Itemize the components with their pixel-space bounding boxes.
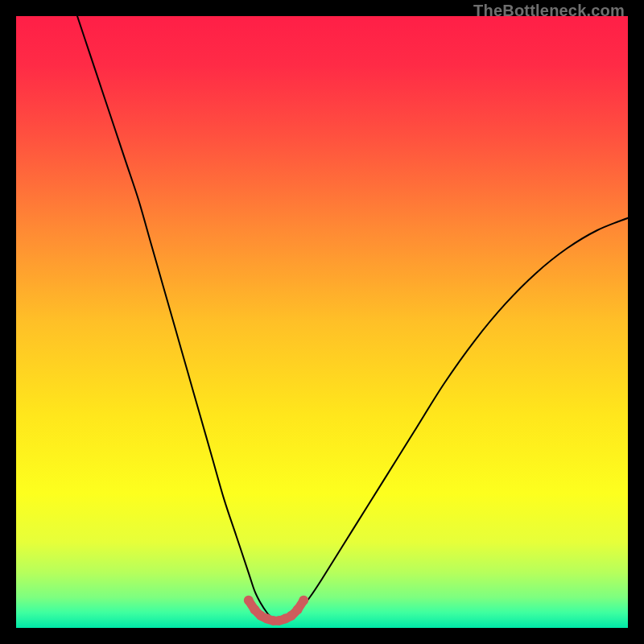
optimal-marker xyxy=(293,605,303,614)
bottleneck-curve xyxy=(77,16,628,622)
optimal-marker xyxy=(244,596,254,605)
chart-frame: TheBottleneck.com xyxy=(0,0,644,644)
chart-svg xyxy=(16,16,628,628)
watermark-text: TheBottleneck.com xyxy=(473,2,625,20)
optimal-marker xyxy=(299,596,308,605)
plot-area xyxy=(16,16,628,628)
